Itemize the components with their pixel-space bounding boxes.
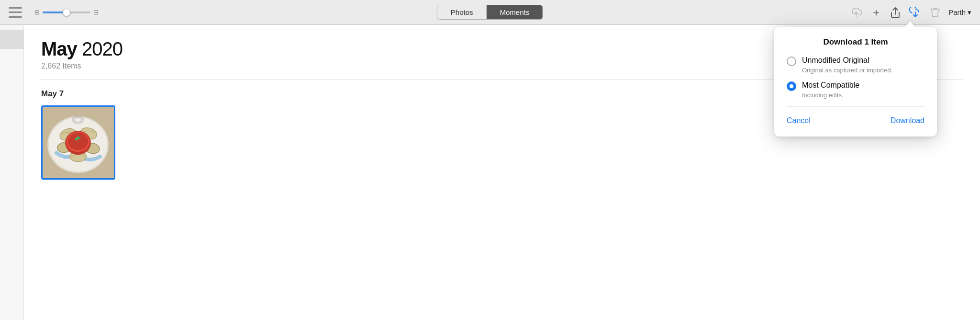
unmodified-original-text-group: Unmodified Original Original as captured… — [802, 56, 892, 74]
cancel-button[interactable]: Cancel — [787, 114, 811, 127]
sidebar-placeholder — [0, 30, 23, 49]
download-button[interactable]: Download — [891, 114, 924, 127]
most-compatible-sub: Including edits. — [802, 91, 859, 99]
most-compatible-option[interactable]: Most Compatible Including edits. — [787, 80, 924, 99]
user-name-label: Parth — [948, 8, 966, 16]
thumbnail-size-slider[interactable] — [43, 11, 90, 13]
sidebar — [0, 25, 24, 320]
download-popover: Download 1 Item Unmodified Original Orig… — [774, 27, 937, 137]
slider-thumb[interactable] — [63, 9, 70, 16]
photo-thumbnail[interactable] — [41, 105, 115, 180]
most-compatible-text-group: Most Compatible Including edits. — [802, 80, 859, 99]
share-icon[interactable] — [890, 6, 901, 19]
most-compatible-radio[interactable] — [787, 81, 796, 91]
photo-inner — [43, 107, 114, 178]
photos-tab[interactable]: Photos — [437, 5, 487, 19]
month-label: May — [41, 38, 77, 59]
sidebar-toggle-button[interactable] — [9, 7, 22, 18]
moments-tab[interactable]: Moments — [487, 5, 543, 19]
food-image-svg — [43, 107, 114, 178]
unmodified-original-sub: Original as captured or imported. — [802, 67, 892, 74]
toolbar: ⊞ ⊟ Photos Moments ＋ — [0, 0, 980, 25]
add-icon[interactable]: ＋ — [871, 5, 881, 20]
svg-point-13 — [77, 137, 79, 138]
most-compatible-label: Most Compatible — [802, 80, 859, 91]
upload-icloud-icon[interactable] — [850, 7, 862, 18]
chevron-down-icon: ▾ — [968, 8, 971, 17]
thumbnail-size-slider-container: ⊞ ⊟ — [34, 9, 99, 16]
unmodified-original-option[interactable]: Unmodified Original Original as captured… — [787, 56, 924, 74]
popover-title: Download 1 Item — [787, 37, 924, 47]
trash-icon[interactable] — [930, 7, 940, 18]
svg-point-11 — [75, 137, 78, 140]
toolbar-left: ⊞ ⊟ — [9, 7, 99, 18]
popover-divider — [787, 106, 924, 107]
user-menu-button[interactable]: Parth ▾ — [948, 8, 971, 17]
toolbar-right: ＋ Parth ▾ — [850, 5, 971, 20]
popover-arrow — [905, 21, 915, 27]
year-label: 2020 — [82, 38, 122, 59]
large-thumbnail-icon: ⊟ — [93, 9, 99, 16]
unmodified-original-label: Unmodified Original — [802, 56, 892, 66]
small-thumbnail-icon: ⊞ — [34, 9, 40, 16]
toolbar-center: Photos Moments — [437, 5, 543, 20]
svg-point-10 — [68, 133, 88, 150]
view-tab-group: Photos Moments — [437, 5, 543, 20]
download-icloud-icon[interactable] — [909, 7, 922, 18]
popover-actions: Cancel Download — [787, 114, 924, 127]
unmodified-original-radio[interactable] — [787, 57, 796, 66]
